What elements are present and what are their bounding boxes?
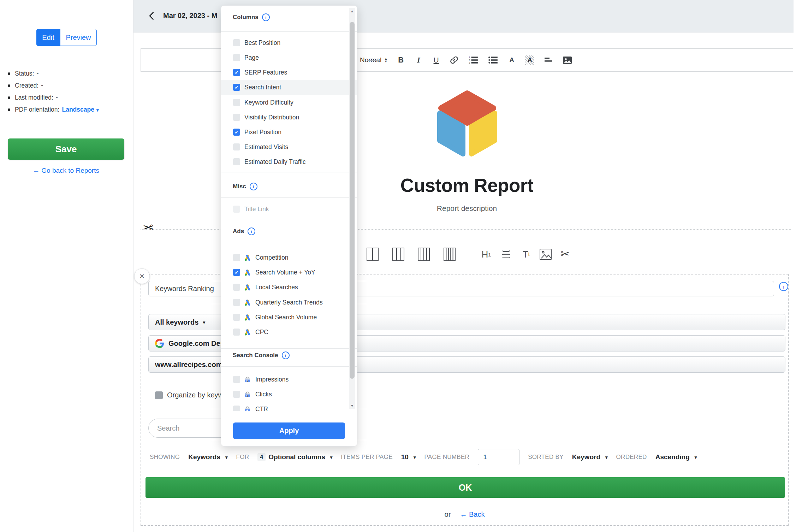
option-search-volume-yoy[interactable]: ✓Search Volume + YoY — [221, 265, 349, 280]
dropdown-scrollbar[interactable]: ▲ ▼ — [349, 8, 355, 409]
organize-checkbox[interactable] — [155, 391, 163, 399]
checkbox[interactable]: ✓ — [233, 391, 240, 398]
scroll-up-icon[interactable]: ▲ — [349, 9, 355, 13]
chevron-down-icon: ▾ — [203, 320, 205, 325]
divider-block-icon[interactable] — [499, 247, 513, 261]
option-global-search-volume[interactable]: ✓Global Search Volume — [221, 310, 349, 325]
highlight-color-button[interactable]: A — [525, 55, 534, 65]
page-break-block-icon[interactable]: ✂ — [558, 247, 572, 261]
checkbox[interactable]: ✓ — [233, 314, 240, 321]
checkbox[interactable]: ✓ — [233, 406, 240, 411]
option-local-searches[interactable]: ✓Local Searches — [221, 280, 349, 295]
report-cube-logo — [430, 88, 504, 172]
five-column-layout-icon[interactable] — [443, 247, 456, 261]
option-page[interactable]: ✓Page — [221, 50, 349, 65]
italic-button[interactable]: I — [414, 55, 423, 65]
dropdown-scroll-area: Columnsi ✓Best Position ✓Page ✓SERP Feat… — [221, 6, 357, 411]
optional-columns-select[interactable]: 4Optional columns▾ — [257, 453, 332, 461]
save-button[interactable]: Save — [8, 138, 124, 160]
ok-button[interactable]: OK — [145, 477, 785, 498]
heading-block-icon[interactable]: H1 — [480, 247, 493, 261]
insert-image-button[interactable] — [563, 55, 572, 65]
pdf-orientation-select[interactable]: Landscape▾ — [62, 106, 99, 113]
checkbox[interactable]: ✓ — [233, 376, 240, 383]
underline-button[interactable]: U — [432, 55, 440, 65]
option-clicks[interactable]: ✓Clicks — [221, 387, 349, 402]
color-bar — [367, 60, 380, 61]
google-ads-icon — [244, 254, 251, 261]
info-icon[interactable]: i — [262, 13, 270, 21]
or-label: or — [445, 510, 451, 518]
info-icon[interactable]: i — [250, 183, 257, 190]
checkbox[interactable]: ✓ — [233, 158, 240, 165]
organize-by-keywords-row[interactable]: Organize by keyw — [155, 391, 223, 399]
link-button[interactable] — [450, 55, 459, 65]
checkbox[interactable]: ✓ — [233, 54, 240, 61]
text-block-icon[interactable]: Tt — [519, 247, 533, 261]
widget-close-button[interactable]: × — [134, 268, 150, 284]
showing-select[interactable]: Keywords▾ — [188, 453, 227, 461]
option-quarterly-search-trends[interactable]: ✓Quarterly Search Trends — [221, 295, 349, 310]
back-chevron-icon[interactable] — [147, 11, 157, 21]
option-pixel-position[interactable]: ✓Pixel Position — [221, 125, 349, 140]
divider — [221, 197, 357, 198]
divider — [221, 246, 357, 246]
report-date-range: Mar 02, 2023 - M — [163, 12, 217, 20]
ordered-select[interactable]: Ascending▾ — [655, 453, 697, 461]
info-icon[interactable]: i — [248, 227, 255, 235]
bullet-list-button[interactable] — [488, 55, 498, 65]
edit-tab[interactable]: Edit — [36, 29, 60, 46]
checkbox[interactable]: ✓ — [233, 269, 240, 276]
checkbox[interactable]: ✓ — [233, 99, 240, 106]
widget-info-icon[interactable]: i — [779, 282, 788, 291]
checkbox[interactable]: ✓ — [233, 84, 240, 91]
checkbox[interactable]: ✓ — [233, 39, 240, 46]
option-keyword-difficulty[interactable]: ✓Keyword Difficulty — [221, 95, 349, 110]
google-ads-icon — [244, 284, 251, 291]
items-per-page-label: ITEMS PER PAGE — [341, 454, 393, 461]
text-color-button[interactable]: A — [507, 55, 516, 65]
checkbox[interactable]: ✓ — [233, 69, 240, 76]
ordered-list-button[interactable]: 123 — [468, 55, 479, 65]
option-cpc[interactable]: ✓CPC — [221, 325, 349, 339]
four-column-layout-icon[interactable] — [417, 247, 430, 261]
option-competition[interactable]: ✓Competition — [221, 250, 349, 265]
google-ads-icon — [244, 329, 251, 336]
bold-button[interactable]: B — [397, 55, 405, 65]
option-best-position[interactable]: ✓Best Position — [221, 35, 349, 50]
align-button[interactable] — [543, 55, 553, 65]
option-impressions[interactable]: ✓Impressions — [221, 372, 349, 387]
option-ctr[interactable]: ✓CTR — [221, 402, 349, 411]
checkbox[interactable]: ✓ — [233, 299, 240, 306]
chevron-down-icon: ▾ — [414, 455, 416, 460]
three-column-layout-icon[interactable] — [392, 247, 405, 261]
go-back-link[interactable]: ← Go back to Reports — [0, 167, 132, 175]
two-column-layout-icon[interactable] — [366, 247, 379, 261]
option-visibility-distribution[interactable]: ✓Visibility Distribution — [221, 110, 349, 125]
ads-section-header: Adsi — [233, 227, 255, 235]
scroll-down-icon[interactable]: ▼ — [349, 404, 355, 408]
meta-last-modified: Last modified:- — [5, 94, 129, 101]
option-serp-features[interactable]: ✓SERP Features — [221, 65, 349, 80]
image-block-icon[interactable] — [539, 247, 552, 261]
preview-tab[interactable]: Preview — [60, 29, 97, 46]
info-icon[interactable]: i — [282, 351, 290, 359]
option-search-intent[interactable]: ✓Search Intent — [221, 80, 349, 95]
items-per-page-select[interactable]: 10▾ — [401, 453, 416, 461]
checkbox[interactable]: ✓ — [233, 254, 240, 261]
sorted-by-select[interactable]: Keyword▾ — [572, 453, 608, 461]
scrollbar-thumb[interactable] — [350, 22, 355, 379]
option-estimated-daily-traffic[interactable]: ✓Estimated Daily Traffic — [221, 154, 349, 169]
checkbox[interactable]: ✓ — [233, 114, 240, 121]
bullet — [8, 72, 10, 75]
checkbox[interactable]: ✓ — [233, 329, 240, 336]
back-link[interactable]: ← Back — [460, 510, 485, 518]
checkbox[interactable]: ✓ — [233, 143, 240, 150]
option-estimated-visits[interactable]: ✓Estimated Visits — [221, 140, 349, 154]
page-number-input[interactable] — [478, 449, 519, 465]
option-title-link[interactable]: ✓Title Link — [221, 202, 349, 217]
checkbox[interactable]: ✓ — [233, 284, 240, 291]
checkbox[interactable]: ✓ — [233, 129, 240, 136]
checkbox[interactable]: ✓ — [233, 206, 240, 213]
apply-button[interactable]: Apply — [233, 422, 345, 439]
